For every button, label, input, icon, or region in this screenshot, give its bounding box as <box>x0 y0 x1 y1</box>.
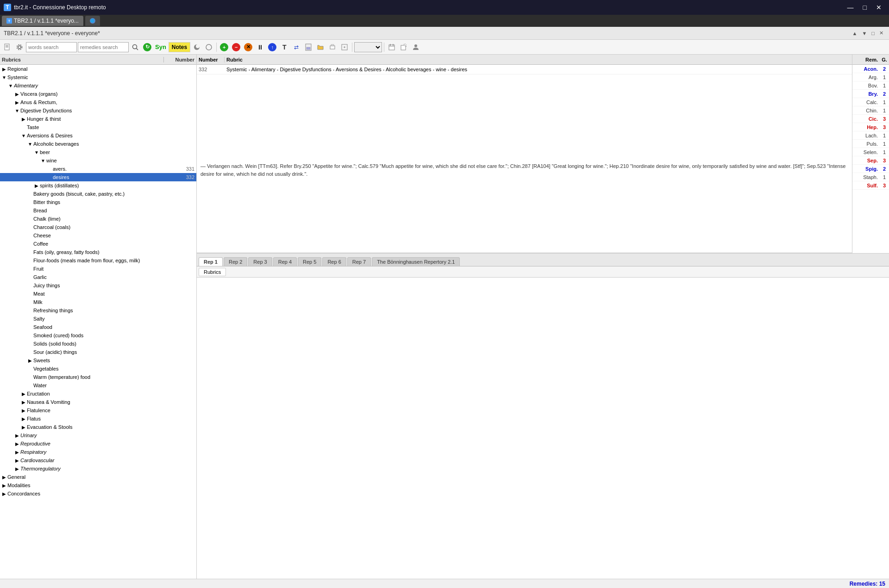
bottom-tab-the-bönninghausen-repertory-2.1[interactable]: The Bönninghausen Repertory 2.1 <box>372 257 460 266</box>
tree-item-beer[interactable]: ▼ beer <box>0 148 196 156</box>
tree-item-systemic[interactable]: ▼ Systemic <box>0 73 196 81</box>
refresh-button[interactable]: ↻ <box>142 42 153 53</box>
tree-item-bitter[interactable]: Bitter things <box>0 198 196 206</box>
tree-item-evacuation[interactable]: ▶ Evacuation & Stools <box>0 423 196 431</box>
bottom-tab-rep-3[interactable]: Rep 3 <box>248 257 272 266</box>
tree-item-wine[interactable]: ▼ wine <box>0 156 196 165</box>
sub-tab-rubrics[interactable]: Rubrics <box>199 268 226 276</box>
words-search-input[interactable] <box>26 42 77 52</box>
remedy-row[interactable]: Chin. 1 <box>852 106 889 115</box>
tree-item-respiratory[interactable]: ▶ Respiratory <box>0 448 196 456</box>
tree-item-concordances[interactable]: ▶ Concordances <box>0 489 196 498</box>
tree-toggle-viscera[interactable]: ▶ <box>14 92 20 97</box>
remedy-row[interactable]: Cic. 3 <box>852 115 889 123</box>
tree-item-cardiovascular[interactable]: ▶ Cardiovascular <box>0 456 196 464</box>
remedy-row[interactable]: Spig. 2 <box>852 165 889 173</box>
tree-item-hunger[interactable]: ▶ Hunger & thirst <box>0 115 196 123</box>
folder-button[interactable] <box>315 42 326 53</box>
tree-item-cheese[interactable]: Cheese <box>0 231 196 240</box>
bottom-tab-rep-2[interactable]: Rep 2 <box>224 257 247 266</box>
tree-item-alimentary[interactable]: ▼ Alimentary <box>0 81 196 90</box>
remove-button[interactable]: − <box>231 42 242 53</box>
tree-item-regional[interactable]: ▶ Regional <box>0 65 196 73</box>
tab-main[interactable]: T TBR2.1 / v.1.1.1 *everyo... <box>2 16 83 26</box>
tree-toggle-flatulence[interactable]: ▶ <box>20 408 27 413</box>
tree-item-taste[interactable]: Taste <box>0 123 196 131</box>
syn-button[interactable]: Syn <box>154 42 168 53</box>
tree-toggle-alimentary[interactable]: ▼ <box>7 83 14 88</box>
tree-item-meat[interactable]: Meat <box>0 290 196 298</box>
tree-item-seafood[interactable]: Seafood <box>0 323 196 331</box>
tree-item-desires[interactable]: desires 332 <box>0 173 196 181</box>
tree-toggle-modalities[interactable]: ▶ <box>1 483 7 488</box>
tree-item-fruit[interactable]: Fruit <box>0 265 196 273</box>
tab-globe[interactable]: 🌐 <box>85 16 100 26</box>
tree-toggle-eructation[interactable]: ▶ <box>20 391 27 396</box>
tree-item-nausea[interactable]: ▶ Nausea & Vomiting <box>0 398 196 406</box>
tree-item-spirits[interactable]: ▶ spirits (distillates) <box>0 181 196 190</box>
tree-item-sour[interactable]: Sour (acidic) things <box>0 348 196 356</box>
tree-toggle-concordances[interactable]: ▶ <box>1 491 7 496</box>
remedy-row[interactable]: Lach. 1 <box>852 131 889 140</box>
tree-item-vegetables[interactable]: Vegetables <box>0 365 196 373</box>
tree-item-alcoholic[interactable]: ▼ Alcoholic beverages <box>0 140 196 148</box>
tree-toggle-systemic[interactable]: ▼ <box>1 75 7 80</box>
bottom-tab-rep-1[interactable]: Rep 1 <box>199 257 223 266</box>
remedy-row[interactable]: Puls. 1 <box>852 140 889 148</box>
remedy-row[interactable]: Sep. 3 <box>852 156 889 165</box>
tree-item-flatulence[interactable]: ▶ Flatulence <box>0 406 196 415</box>
table-row[interactable]: 332 Systemic - Alimentary - Digestive Dy… <box>197 65 852 74</box>
moon-button[interactable] <box>191 42 202 53</box>
tree-item-bakery[interactable]: Bakery goods (biscuit, cake, pastry, etc… <box>0 190 196 198</box>
tree-container[interactable]: ▶ Regional ▼ Systemic ▼ Alimentary ▶ Vis… <box>0 65 196 579</box>
up-arrow-button[interactable]: ↑ <box>267 42 278 53</box>
remedy-row[interactable]: Calc. 1 <box>852 98 889 106</box>
tree-item-solids[interactable]: Solids (solid foods) <box>0 340 196 348</box>
app-scroll-up-button[interactable]: ▲ <box>851 29 859 37</box>
tree-item-flatus[interactable]: ▶ Flatus <box>0 415 196 423</box>
bottom-tab-rep-4[interactable]: Rep 4 <box>273 257 297 266</box>
tree-toggle-spirits[interactable]: ▶ <box>33 183 40 188</box>
settings-button[interactable] <box>14 42 25 53</box>
tree-item-juicy[interactable]: Juicy things <box>0 281 196 290</box>
maximize-button[interactable]: □ <box>859 2 870 13</box>
tree-item-milk[interactable]: Milk <box>0 298 196 306</box>
tree-item-modalities[interactable]: ▶ Modalities <box>0 481 196 489</box>
tree-toggle-hunger[interactable]: ▶ <box>20 117 27 122</box>
document-button[interactable] <box>2 42 13 53</box>
remedy-row[interactable]: Bry. 2 <box>852 90 889 98</box>
tree-item-flour[interactable]: Flour-foods (meals made from flour, eggs… <box>0 256 196 265</box>
tree-item-urinary[interactable]: ▶ Urinary <box>0 431 196 439</box>
tree-toggle-regional[interactable]: ▶ <box>1 67 7 72</box>
transfer-button[interactable]: ⇄ <box>291 42 302 53</box>
tree-toggle-thermoregulatory[interactable]: ▶ <box>14 466 20 471</box>
remedy-row[interactable]: Selen. 1 <box>852 148 889 156</box>
app-close-button[interactable]: ✕ <box>877 29 885 37</box>
circle-button[interactable] <box>203 42 214 53</box>
tree-item-warm[interactable]: Warm (temperature) food <box>0 373 196 381</box>
tree-item-chalk[interactable]: Chalk (lime) <box>0 215 196 223</box>
remedies-search-input[interactable] <box>78 42 129 52</box>
tree-item-smoked[interactable]: Smoked (cured) foods <box>0 331 196 340</box>
tree-item-aversions[interactable]: ▼ Aversions & Desires <box>0 131 196 140</box>
tree-item-anus[interactable]: ▶ Anus & Rectum, <box>0 98 196 106</box>
tree-item-coffee[interactable]: Coffee <box>0 240 196 248</box>
search-button[interactable] <box>130 42 141 53</box>
cancel-button[interactable]: ✕ <box>243 42 254 53</box>
tree-toggle-cardiovascular[interactable]: ▶ <box>14 458 20 463</box>
tree-item-bread[interactable]: Bread <box>0 206 196 215</box>
tree-item-water[interactable]: Water <box>0 381 196 390</box>
tree-toggle-alcoholic[interactable]: ▼ <box>27 142 33 147</box>
add-button[interactable]: + <box>219 42 230 53</box>
tree-item-eructation[interactable]: ▶ Eructation <box>0 390 196 398</box>
tree-toggle-flatus[interactable]: ▶ <box>20 416 27 421</box>
tree-toggle-reproductive[interactable]: ▶ <box>14 441 20 446</box>
font-size-select[interactable] <box>354 42 382 52</box>
remedy-row[interactable]: Staph. 1 <box>852 173 889 181</box>
app-scroll-down-button[interactable]: ▼ <box>860 29 869 37</box>
remedy-row[interactable]: Acon. 2 <box>852 65 889 73</box>
edit-button[interactable] <box>398 42 409 53</box>
remedy-row[interactable]: Sulf. 3 <box>852 181 889 190</box>
tree-item-garlic[interactable]: Garlic <box>0 273 196 281</box>
tree-item-general[interactable]: ▶ General <box>0 473 196 481</box>
